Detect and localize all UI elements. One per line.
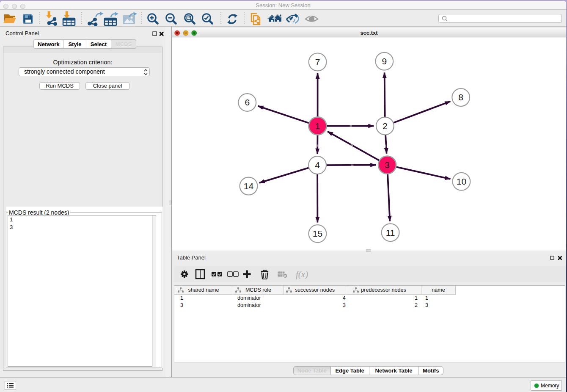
svg-text:14: 14 <box>244 181 254 191</box>
svg-text:1: 1 <box>315 121 320 131</box>
svg-text:3: 3 <box>385 160 390 170</box>
svg-text:7: 7 <box>315 57 320 67</box>
svg-text:15: 15 <box>313 229 322 238</box>
svg-text:6: 6 <box>245 97 250 107</box>
svg-text:8: 8 <box>458 92 463 102</box>
svg-text:4: 4 <box>315 160 320 170</box>
svg-text:2: 2 <box>383 121 388 131</box>
svg-text:9: 9 <box>382 56 387 66</box>
svg-text:f(x): f(x) <box>296 269 308 279</box>
svg-text:11: 11 <box>386 228 395 237</box>
svg-text:10: 10 <box>457 177 466 186</box>
